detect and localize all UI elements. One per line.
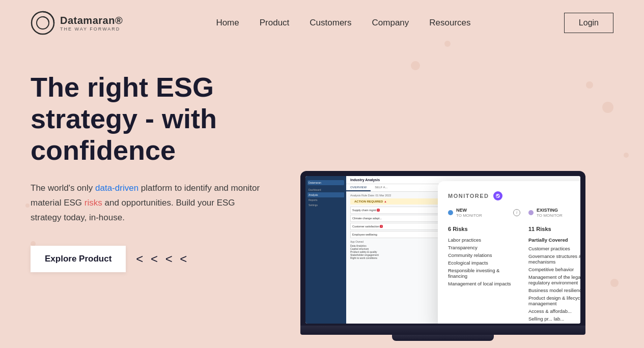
new-sublabel: TO MONITOR: [456, 213, 482, 218]
monitored-icon: [493, 191, 502, 200]
sidebar-item-1: Dashboard: [307, 187, 344, 192]
nav-item-home[interactable]: Home: [216, 18, 239, 28]
laptop-bezel: Datamaran Dashboard Analysis Reports Set…: [300, 171, 585, 326]
existing-column: EXISTING TO MONITOR i 11 Risks Partially…: [528, 208, 580, 323]
logo-icon: [31, 11, 55, 35]
desc-prefix: The world's only: [31, 183, 95, 193]
arrows-decoration: < < < <: [136, 252, 189, 266]
new-col-header: NEW TO MONITOR i: [448, 208, 520, 221]
app-tab-self: SELF A...: [371, 184, 391, 191]
desc-highlight1: data-driven: [95, 183, 138, 193]
sidebar-item-4: Settings: [307, 202, 344, 208]
nav-links: Home Product Customers Company Resources: [216, 18, 470, 28]
item-label: Supply chain mgmt: [352, 209, 376, 212]
new-col-labels: NEW TO MONITOR: [456, 208, 482, 218]
new-column: NEW TO MONITOR i 6 Risks Labor practices: [448, 208, 520, 323]
desc-highlight2: risks: [85, 198, 102, 208]
new-items: Labor practices Transparency Community r…: [448, 236, 520, 287]
existing-risk-count: 11 Risks: [528, 226, 580, 232]
nav-item-company[interactable]: Company: [372, 18, 409, 28]
hero-right: Datamaran Dashboard Analysis Reports Set…: [285, 66, 613, 321]
existing-item-2: Governance structures & mechanisms: [528, 252, 580, 266]
popup-columns: NEW TO MONITOR i 6 Risks Labor practices: [448, 208, 580, 323]
existing-dot: [528, 210, 534, 215]
hero-actions: Explore Product < < < <: [31, 246, 295, 272]
laptop-mockup: Datamaran Dashboard Analysis Reports Set…: [300, 171, 591, 341]
existing-item-7: Access & affordab...: [528, 307, 580, 315]
laptop-stand: [392, 335, 494, 341]
monitored-popup: MONITORED: [438, 181, 580, 324]
new-item-2: Transparency: [448, 244, 520, 251]
hero-section: The right ESG strategy - with confidence…: [0, 46, 644, 321]
existing-items: Customer practices Governance structures…: [528, 245, 580, 323]
sidebar-logo: Datamaran: [307, 180, 344, 185]
new-label: NEW: [456, 208, 482, 213]
app-tab-overview: OVERVIEW: [346, 184, 371, 191]
existing-label: EXISTING: [537, 208, 563, 213]
nav-item-customers[interactable]: Customers: [310, 18, 351, 28]
logo-tagline: THE WAY FORWARD: [60, 26, 123, 32]
partially-covered-label: Partially Covered: [528, 236, 580, 244]
existing-item-1: Customer practices: [528, 245, 580, 252]
new-info-icon: i: [513, 209, 520, 216]
sidebar-item-2: Analysis: [307, 192, 344, 197]
hero-title: The right ESG strategy - with confidence: [31, 71, 295, 166]
new-item-6: Management of local impacts: [448, 280, 520, 287]
navigation: Datamaran® THE WAY FORWARD Home Product …: [0, 0, 644, 46]
laptop: Datamaran Dashboard Analysis Reports Set…: [300, 171, 585, 341]
new-item-1: Labor practices: [448, 236, 520, 244]
laptop-base: [300, 326, 585, 335]
logo-text: Datamaran® THE WAY FORWARD: [60, 15, 123, 32]
new-item-3: Community relations: [448, 251, 520, 259]
item-badge: !: [380, 225, 382, 228]
explore-product-button[interactable]: Explore Product: [31, 246, 126, 272]
hero-description: The world's only data-driven platform to…: [31, 181, 265, 225]
sidebar-item-3: Reports: [307, 197, 344, 202]
logo[interactable]: Datamaran® THE WAY FORWARD: [31, 11, 123, 35]
nav-item-resources[interactable]: Resources: [429, 18, 470, 28]
action-icon: ▲: [384, 200, 387, 203]
login-button[interactable]: Login: [564, 13, 613, 33]
laptop-screen: Datamaran Dashboard Analysis Reports Set…: [305, 176, 580, 324]
existing-col-header: EXISTING TO MONITOR i: [528, 208, 580, 221]
existing-sublabel: TO MONITOR: [537, 213, 563, 218]
new-item-5: Responsible investing & financing: [448, 267, 520, 280]
new-risk-count: 6 Risks: [448, 226, 520, 232]
logo-brand: Datamaran®: [60, 15, 123, 26]
existing-item-8: Selling pr... lab...: [528, 315, 580, 323]
existing-item-4: Management of the legal & regulatory env…: [528, 273, 580, 286]
app-sidebar: Datamaran Dashboard Analysis Reports Set…: [305, 176, 346, 324]
hero-left: The right ESG strategy - with confidence…: [31, 66, 295, 272]
existing-item-3: Competitive behavior: [528, 266, 580, 273]
desc-mid2: and opportunities.: [102, 198, 176, 208]
item-badge: !: [377, 209, 379, 212]
existing-item-6: Product design & lifecycle management: [528, 294, 580, 307]
nav-item-product[interactable]: Product: [260, 18, 290, 28]
popup-header: MONITORED: [448, 191, 580, 200]
existing-item-5: Business model resilience: [528, 286, 580, 294]
new-dot: [448, 210, 453, 215]
popup-title: MONITORED: [448, 193, 489, 199]
new-item-4: Ecological impacts: [448, 259, 520, 267]
monitored-svg: [495, 193, 500, 198]
existing-col-labels: EXISTING TO MONITOR: [537, 208, 563, 218]
